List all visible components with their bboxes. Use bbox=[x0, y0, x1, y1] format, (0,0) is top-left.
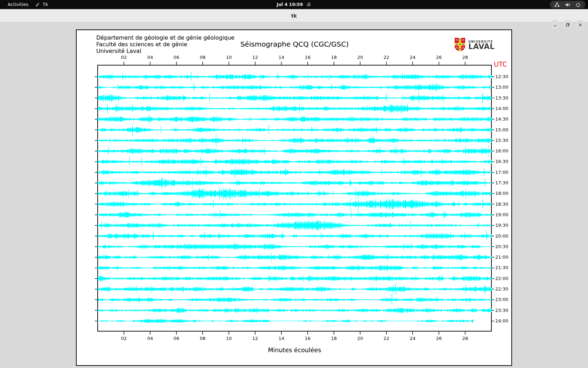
x-tick-label: 16 bbox=[302, 55, 313, 60]
x-tick-label: 28 bbox=[460, 55, 470, 60]
x-tick-label: 18 bbox=[329, 55, 339, 60]
time-label: 23:30 bbox=[495, 308, 512, 313]
window-titlebar[interactable]: tk bbox=[0, 9, 588, 22]
time-label: 18:00 bbox=[495, 191, 512, 196]
x-tick-label: 04 bbox=[145, 55, 155, 60]
x-tick-label: 22 bbox=[381, 55, 392, 60]
x-tick-label: 28 bbox=[460, 336, 470, 341]
time-label: 19:00 bbox=[495, 212, 512, 217]
desktop-screen: Activities Tk Jul 4 19:59 bbox=[0, 0, 588, 368]
x-tick-label: 06 bbox=[171, 55, 182, 60]
helicorder-traces bbox=[91, 57, 504, 338]
x-tick-label: 16 bbox=[302, 336, 313, 341]
x-tick-label: 24 bbox=[407, 55, 418, 60]
time-label: 16:00 bbox=[495, 148, 512, 154]
x-tick-label: 02 bbox=[119, 336, 129, 341]
volume-icon bbox=[565, 2, 570, 7]
x-tick-label: 14 bbox=[276, 336, 287, 341]
clock-menu[interactable]: Jul 4 19:59 bbox=[276, 0, 311, 9]
x-tick-label: 20 bbox=[355, 55, 365, 60]
time-label: 14:30 bbox=[495, 116, 512, 122]
x-tick-label: 14 bbox=[276, 55, 287, 60]
x-axis-title: Minutes écoulées bbox=[98, 347, 491, 354]
activities-button[interactable]: Activities bbox=[5, 0, 31, 9]
x-tick-label: 20 bbox=[355, 336, 365, 341]
x-tick-label: 10 bbox=[224, 55, 234, 60]
app-menu-label: Tk bbox=[43, 0, 48, 9]
x-tick-label: 02 bbox=[119, 55, 129, 60]
time-label: 13:00 bbox=[495, 84, 512, 90]
time-label: 22:00 bbox=[495, 276, 512, 281]
power-icon bbox=[575, 2, 581, 7]
notifications-muted-icon bbox=[307, 2, 312, 7]
time-label: 18:30 bbox=[495, 202, 512, 207]
universite-laval-logo: UNIVERSITÉ LAVAL bbox=[454, 37, 495, 53]
x-tick-label: 18 bbox=[329, 336, 339, 341]
laval-shield-icon bbox=[454, 37, 466, 53]
time-label: 23:00 bbox=[495, 297, 512, 302]
logo-laval: LAVAL bbox=[468, 43, 495, 50]
time-label: 13:30 bbox=[495, 95, 512, 101]
x-tick-label: 26 bbox=[434, 55, 444, 60]
org-line-3: Université Laval bbox=[96, 48, 234, 54]
x-tick-label: 22 bbox=[381, 336, 392, 341]
time-label: 17:30 bbox=[495, 180, 512, 185]
x-tick-label: 24 bbox=[407, 336, 418, 341]
time-label: 17:00 bbox=[495, 170, 512, 175]
x-tick-label: 04 bbox=[145, 336, 155, 341]
x-tick-label: 26 bbox=[434, 336, 444, 341]
window-controls bbox=[550, 20, 585, 29]
x-tick-label: 12 bbox=[250, 55, 260, 60]
x-tick-label: 12 bbox=[250, 336, 260, 341]
maximize-button[interactable] bbox=[563, 20, 572, 29]
time-label: 20:00 bbox=[495, 233, 512, 239]
gnome-top-bar: Activities Tk Jul 4 19:59 bbox=[0, 0, 588, 9]
clock-label: Jul 4 19:59 bbox=[276, 0, 303, 9]
window-title: tk bbox=[0, 9, 588, 22]
network-wired-icon bbox=[554, 2, 560, 7]
time-label: 14:00 bbox=[495, 106, 512, 111]
time-label: 15:30 bbox=[495, 138, 512, 143]
x-tick-label: 06 bbox=[171, 336, 182, 341]
app-menu-tk[interactable]: Tk bbox=[35, 0, 48, 9]
x-tick-label: 08 bbox=[197, 336, 208, 341]
time-label: 15:00 bbox=[495, 127, 512, 132]
system-status-area[interactable] bbox=[550, 1, 585, 8]
laval-logo-text: UNIVERSITÉ LAVAL bbox=[468, 40, 495, 50]
tk-feather-icon bbox=[35, 2, 40, 7]
time-label: 22:30 bbox=[495, 286, 512, 292]
x-tick-label: 10 bbox=[224, 336, 234, 341]
seismograph-canvas: Département de géologie et de génie géol… bbox=[76, 29, 512, 366]
time-label: 20:30 bbox=[495, 244, 512, 249]
time-label: 24:00 bbox=[495, 318, 512, 323]
time-label: 21:00 bbox=[495, 254, 512, 260]
time-label: 19:30 bbox=[495, 223, 512, 228]
x-tick-label: 08 bbox=[197, 55, 208, 60]
time-label: 21:30 bbox=[495, 265, 512, 270]
time-label: 12:30 bbox=[495, 74, 512, 79]
minimize-button[interactable] bbox=[550, 20, 560, 29]
plot-title: Séismographe QCQ (CGC/GSC) bbox=[98, 40, 491, 48]
time-label: 16:30 bbox=[495, 159, 512, 164]
close-button[interactable] bbox=[575, 20, 585, 29]
